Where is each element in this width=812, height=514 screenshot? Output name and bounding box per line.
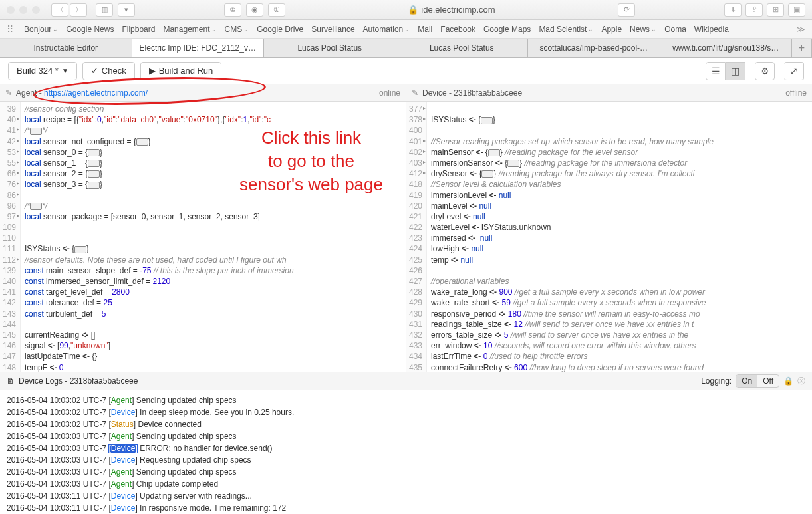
reload-button[interactable]: ⟳ bbox=[618, 3, 635, 17]
chevron-down-icon: ▼ bbox=[62, 67, 68, 74]
chevron-down-icon: ⌄ bbox=[404, 26, 410, 33]
build-dropdown[interactable]: Build 324 * ▼ bbox=[8, 62, 77, 80]
traffic-light-close[interactable] bbox=[7, 6, 15, 14]
bookmark-item[interactable]: Apple bbox=[601, 25, 622, 34]
bookmark-item[interactable]: News⌄ bbox=[630, 25, 656, 34]
pencil-icon[interactable]: ✎ bbox=[5, 88, 12, 98]
layout-single-button[interactable]: ☰ bbox=[706, 62, 726, 80]
new-tab-icon[interactable]: ⊞ bbox=[767, 3, 784, 17]
settings-button[interactable]: ⚙ bbox=[755, 62, 775, 80]
build-run-button[interactable]: ▶Build and Run bbox=[140, 62, 222, 80]
new-tab-button[interactable]: + bbox=[792, 39, 812, 57]
log-line: 2016-05-04 10:03:03 UTC-7 [Agent] Sendin… bbox=[7, 430, 805, 442]
agent-label: Agent bbox=[16, 88, 37, 98]
bookmark-item[interactable]: Flipboard bbox=[122, 25, 155, 34]
traffic-light-min[interactable] bbox=[19, 6, 27, 14]
agent-pane: ✎ Agent - https://agent.electricimp.com/… bbox=[0, 84, 406, 372]
check-button[interactable]: ✓Check bbox=[82, 62, 135, 80]
bookmark-item[interactable]: CMS⌄ bbox=[225, 25, 249, 34]
chevron-down-icon: ⌄ bbox=[588, 26, 593, 33]
address-bar[interactable]: 🔒ide.electricimp.com bbox=[290, 5, 613, 15]
tab-expose-icon[interactable]: ▣ bbox=[788, 3, 805, 17]
editor-split: ✎ Agent - https://agent.electricimp.com/… bbox=[0, 84, 812, 372]
lock-icon[interactable]: 🔒 bbox=[783, 376, 793, 386]
log-line: 2016-05-04 10:03:03 UTC-7 [Device] ERROR… bbox=[7, 442, 805, 454]
log-title: Device Logs - 2318bfaa5ba5ceee bbox=[19, 376, 138, 386]
log-line: 2016-05-04 10:03:02 UTC-7 [Device] In de… bbox=[7, 406, 805, 418]
bookmarks-bar: ⠿ Bonjour⌄ Google News Flipboard Managem… bbox=[0, 20, 812, 39]
download-icon[interactable]: ⬇ bbox=[724, 3, 742, 17]
check-icon: ✓ bbox=[91, 66, 98, 76]
browser-tab[interactable]: Electric Imp IDE: FDC_2112_v… bbox=[132, 39, 265, 57]
bookmark-item[interactable]: Mail bbox=[418, 25, 432, 34]
traffic-light-max[interactable] bbox=[32, 6, 40, 14]
browser-tab[interactable]: www.ti.com/lit/ug/snou138/s… bbox=[660, 39, 793, 57]
bookmark-item[interactable]: Mad Scientist⌄ bbox=[539, 25, 593, 34]
logging-on[interactable]: On bbox=[736, 375, 757, 387]
log-line: 2016-05-04 10:03:03 UTC-7 [Agent] Chip u… bbox=[7, 478, 805, 490]
device-status: offline bbox=[785, 88, 807, 98]
bookmark-item[interactable]: Facebook bbox=[440, 25, 475, 34]
logging-off[interactable]: Off bbox=[757, 375, 779, 387]
pencil-icon[interactable]: ✎ bbox=[412, 88, 418, 98]
layout-split-button[interactable]: ◫ bbox=[726, 62, 745, 80]
bookmark-item[interactable]: Google Drive bbox=[257, 25, 303, 34]
onepassword-icon[interactable]: ① bbox=[268, 3, 285, 17]
browser-tab[interactable]: scottalucas/Imp-based-pool-… bbox=[528, 39, 660, 57]
apps-grid-icon[interactable]: ⠿ bbox=[7, 24, 13, 35]
log-header: 🗎 Device Logs - 2318bfaa5ba5ceee Logging… bbox=[0, 372, 812, 390]
agent-url-link[interactable]: https://agent.electricimp.com/ bbox=[44, 88, 148, 98]
log-line: 2016-05-04 10:03:03 UTC-7 [Agent] Sendin… bbox=[7, 466, 805, 478]
agent-pane-header: ✎ Agent - https://agent.electricimp.com/… bbox=[0, 84, 406, 102]
device-id: 2318bfaa5ba5ceee bbox=[454, 88, 522, 98]
nav-back-button[interactable]: 〈 bbox=[51, 3, 68, 17]
logging-toggle[interactable]: On Off bbox=[736, 374, 779, 388]
agent-status: online bbox=[379, 88, 400, 98]
browser-tab[interactable]: Lucas Pool Status bbox=[396, 39, 529, 57]
browser-tab[interactable]: Lucas Pool Status bbox=[264, 39, 396, 57]
logging-label: Logging: bbox=[701, 376, 732, 386]
browser-tabs: Instructable EditorElectric Imp IDE: FDC… bbox=[0, 39, 812, 58]
bookmark-item[interactable]: Google Maps bbox=[483, 25, 531, 34]
bookmark-item[interactable]: Bonjour⌄ bbox=[24, 25, 58, 34]
chevron-down-icon: ⌄ bbox=[243, 26, 249, 33]
agent-gutter: 3940▸41▸42▸53▸55▸66▸76▸86▸9697▸109110111… bbox=[0, 102, 21, 372]
device-code[interactable]: ISYStatus <- {} //Sensor reading package… bbox=[427, 102, 812, 372]
toolbar-icon[interactable]: ♔ bbox=[224, 3, 241, 17]
bookmark-item[interactable]: Google News bbox=[66, 25, 114, 34]
share-icon[interactable]: ⇪ bbox=[745, 3, 763, 17]
sidebar-toggle-button[interactable]: ▥ bbox=[96, 3, 113, 17]
bookmark-item[interactable]: Ooma bbox=[664, 25, 686, 34]
device-pane: ✎ Device - 2318bfaa5ba5ceee offline 377▸… bbox=[406, 84, 812, 372]
device-pane-header: ✎ Device - 2318bfaa5ba5ceee offline bbox=[406, 84, 812, 102]
device-label: Device bbox=[422, 88, 447, 98]
nav-fwd-button[interactable]: 〉 bbox=[70, 3, 87, 17]
log-line: 2016-05-04 10:03:11 UTC-7 [Device] In re… bbox=[7, 502, 805, 514]
bookmark-item[interactable]: Management⌄ bbox=[163, 25, 216, 34]
chevron-down-icon: ⌄ bbox=[53, 26, 58, 33]
chevron-down-icon: ⌄ bbox=[211, 26, 217, 33]
log-line: 2016-05-04 10:03:02 UTC-7 [Agent] Sendin… bbox=[7, 394, 805, 406]
browser-tab[interactable]: Instructable Editor bbox=[0, 39, 132, 57]
document-icon: 🗎 bbox=[7, 376, 15, 386]
device-logs[interactable]: 2016-05-04 10:03:02 UTC-7 [Agent] Sendin… bbox=[0, 390, 812, 514]
log-line: 2016-05-04 10:03:03 UTC-7 [Device] Reque… bbox=[7, 454, 805, 466]
window-titlebar: 〈 〉 ▥ ▾ ♔ ◉ ① 🔒ide.electricimp.com ⟳ ⬇ ⇪… bbox=[0, 0, 812, 20]
agent-code[interactable]: //sensor config sectionlocal recipe = [{… bbox=[21, 102, 406, 372]
log-line: 2016-05-04 10:03:02 UTC-7 [Status] Devic… bbox=[7, 418, 805, 430]
chevron-down-icon: ⌄ bbox=[651, 26, 656, 33]
ide-toolbar: Build 324 * ▼ ✓Check ▶Build and Run ☰ ◫ … bbox=[0, 58, 812, 84]
close-logs-icon[interactable]: ⓧ bbox=[797, 376, 805, 387]
tabs-overview-button[interactable]: ▾ bbox=[118, 3, 135, 17]
log-line: 2016-05-04 10:03:11 UTC-7 [Device] Updat… bbox=[7, 490, 805, 502]
bookmarks-overflow-icon[interactable]: ≫ bbox=[797, 25, 805, 34]
bookmark-item[interactable]: Wikipedia bbox=[694, 25, 729, 34]
evernote-icon[interactable]: ◉ bbox=[246, 3, 263, 17]
bookmark-item[interactable]: Automation⌄ bbox=[363, 25, 410, 34]
fullscreen-button[interactable]: ⤢ bbox=[784, 62, 804, 80]
lock-icon: 🔒 bbox=[408, 5, 418, 15]
play-icon: ▶ bbox=[149, 66, 156, 76]
bookmark-item[interactable]: Surveillance bbox=[311, 25, 354, 34]
device-gutter: 377▸378▸400401▸402▸403▸412▸4184194204214… bbox=[406, 102, 427, 372]
